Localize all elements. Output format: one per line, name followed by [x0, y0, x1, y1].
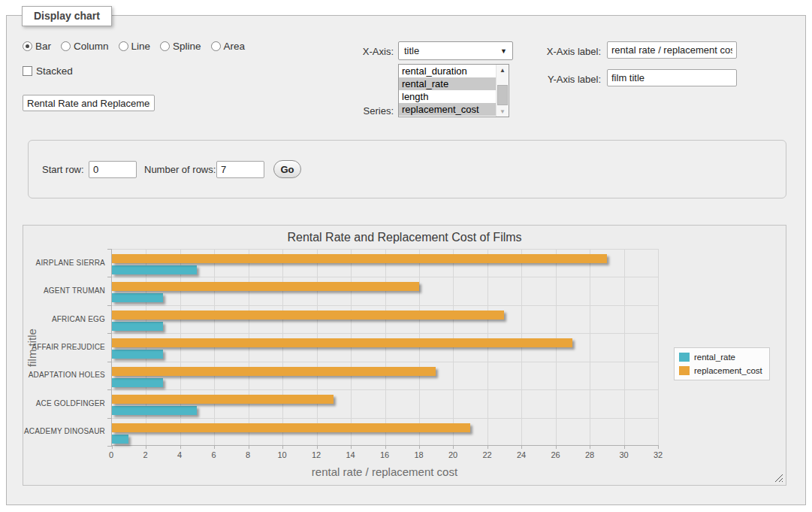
- series-option-rental_duration[interactable]: rental_duration: [399, 65, 496, 77]
- category-label: ACADEMY DINOSAUR: [23, 427, 105, 435]
- axis-tick: [317, 445, 318, 449]
- series-listbox[interactable]: rental_durationrental_ratelengthreplacem…: [398, 64, 509, 117]
- x-tick-label: 18: [404, 450, 434, 459]
- num-rows-label: Number of rows:: [144, 164, 216, 175]
- axis-tick: [624, 445, 625, 449]
- axis-tick: [107, 389, 112, 390]
- checkbox-icon: [23, 66, 32, 76]
- axis-tick: [351, 445, 352, 449]
- axis-tick: [146, 445, 146, 449]
- radio-icon: [211, 41, 221, 51]
- axis-tick: [107, 249, 112, 250]
- bar-replacement_cost: [112, 282, 419, 291]
- axis-tick: [180, 445, 181, 449]
- axis-tick: [385, 445, 386, 449]
- category-label: AFFAIR PREJUDICE: [23, 343, 105, 351]
- category-label: AFRICAN EGG: [23, 315, 105, 323]
- axis-tick: [107, 418, 112, 419]
- series-option-replacement_cost[interactable]: replacement_cost: [399, 103, 496, 116]
- radio-icon: [160, 41, 170, 51]
- axis-tick: [249, 445, 249, 449]
- axis-tick: [453, 445, 454, 449]
- axis-tick: [107, 305, 112, 306]
- legend-item[interactable]: replacement_cost: [679, 366, 762, 375]
- x-tick-label: 20: [438, 450, 468, 459]
- radio-icon: [23, 41, 32, 51]
- chart-type-bar[interactable]: Bar: [23, 41, 51, 52]
- legend-item[interactable]: rental_rate: [679, 353, 762, 362]
- chart-legend: rental_ratereplacement_cost: [674, 347, 770, 380]
- display-chart-panel: Display chart BarColumnLineSplineArea St…: [6, 15, 806, 505]
- bar-replacement_cost: [112, 367, 436, 376]
- gridline: [112, 389, 658, 390]
- chart-type-spline[interactable]: Spline: [160, 41, 201, 52]
- x-axis-label-input[interactable]: [607, 41, 737, 59]
- x-axis-title: rental rate / replacement cost: [111, 465, 658, 478]
- chart-type-radio-group: BarColumnLineSplineArea: [23, 41, 245, 52]
- x-tick-label: 28: [575, 450, 605, 459]
- chart-title: Rental Rate and Replacement Cost of Film…: [23, 231, 786, 244]
- chart-type-label: Line: [131, 41, 151, 52]
- axis-tick: [107, 362, 112, 362]
- x-tick-label: 30: [609, 450, 639, 459]
- x-axis-field-label: X-Axis:: [303, 46, 394, 57]
- chart-type-label: Column: [74, 41, 109, 52]
- gridline: [112, 362, 658, 362]
- x-tick-label: 24: [506, 450, 536, 459]
- scrollbar-thumb[interactable]: [497, 85, 508, 105]
- bar-rental_rate: [112, 378, 163, 387]
- stacked-checkbox[interactable]: Stacked: [23, 65, 73, 77]
- listbox-scrollbar[interactable]: ▲ ▼: [496, 65, 509, 117]
- x-tick-label: 16: [370, 450, 400, 459]
- x-tick-label: 14: [336, 450, 366, 459]
- category-label: AIRPLANE SIERRA: [23, 259, 105, 267]
- gridline: [112, 333, 658, 334]
- series-listbox-options: rental_durationrental_ratelengthreplacem…: [399, 65, 509, 116]
- chart-title-input[interactable]: [23, 95, 155, 111]
- bar-rental_rate: [112, 350, 163, 359]
- bar-rental_rate: [112, 435, 128, 444]
- bar-replacement_cost: [112, 395, 334, 404]
- scroll-down-icon[interactable]: ▼: [497, 106, 509, 117]
- axis-tick: [488, 445, 488, 449]
- x-axis-selected-value: title: [404, 45, 419, 56]
- axis-tick: [112, 445, 113, 449]
- panel-title: Display chart: [22, 6, 112, 26]
- series-option-length[interactable]: length: [399, 90, 496, 103]
- bar-replacement_cost: [112, 423, 470, 432]
- legend-swatch-icon: [679, 366, 690, 375]
- x-axis-label-field-label: X-Axis label:: [488, 46, 601, 57]
- x-tick-label: 12: [301, 450, 331, 459]
- go-button[interactable]: Go: [273, 160, 301, 178]
- series-option-rental_rate[interactable]: rental_rate: [399, 77, 496, 90]
- chart-type-label: Area: [224, 41, 246, 52]
- x-tick-labels: 02468101214161820222426283032: [111, 450, 658, 461]
- series-field-label: Series:: [303, 105, 394, 117]
- chart-type-column[interactable]: Column: [61, 41, 109, 52]
- axis-tick: [590, 445, 590, 449]
- start-row-input[interactable]: [89, 161, 137, 178]
- category-label: AGENT TRUMAN: [23, 286, 105, 295]
- axis-tick: [107, 277, 112, 277]
- bar-replacement_cost: [112, 254, 607, 263]
- x-tick-label: 26: [541, 450, 571, 459]
- num-rows-input[interactable]: [216, 161, 264, 178]
- y-axis-label-input[interactable]: [607, 69, 737, 86]
- stacked-label: Stacked: [36, 65, 73, 77]
- y-category-labels: AIRPLANE SIERRAAGENT TRUMANAFRICAN EGGAF…: [23, 249, 105, 446]
- category-label: ACE GOLDFINGER: [23, 399, 105, 407]
- row-range-panel: Start row: Number of rows: Go: [28, 140, 786, 198]
- bar-rental_rate: [112, 406, 197, 415]
- x-tick-label: 10: [267, 450, 297, 459]
- chart-type-line[interactable]: Line: [119, 41, 151, 52]
- y-axis-label-field-label: Y-Axis label:: [488, 74, 601, 85]
- resize-handle-icon[interactable]: [774, 474, 783, 482]
- x-tick-label: 6: [199, 450, 229, 459]
- axis-tick: [658, 445, 659, 449]
- legend-label: rental_rate: [694, 353, 735, 362]
- gridline: [112, 277, 658, 277]
- page: Display chart BarColumnLineSplineArea St…: [0, 0, 812, 512]
- chart-type-area[interactable]: Area: [211, 41, 246, 52]
- gridline: [112, 305, 658, 306]
- legend-swatch-icon: [679, 353, 690, 362]
